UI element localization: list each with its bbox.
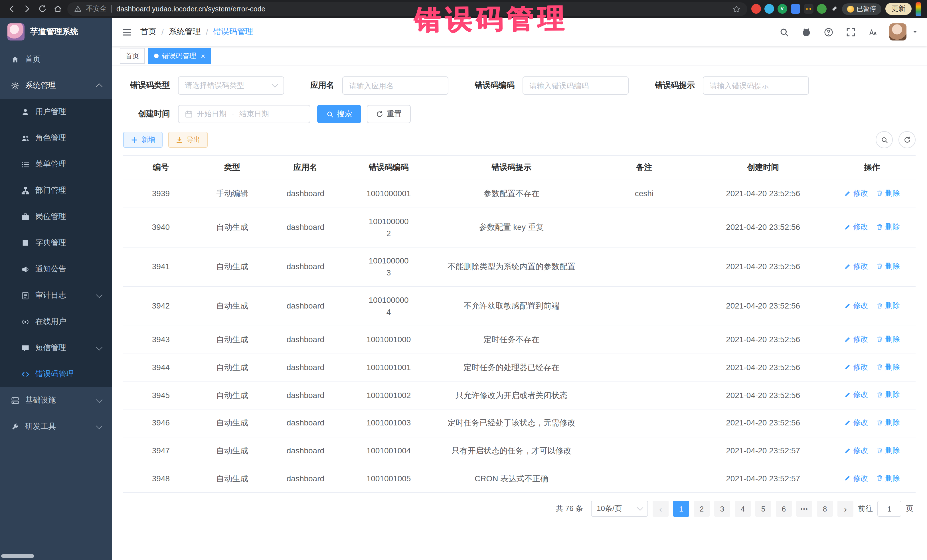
hamburger-icon[interactable] [121, 26, 132, 38]
pagination-page-button[interactable]: 2 [694, 501, 710, 517]
delete-link[interactable]: 删除 [876, 188, 900, 199]
breadcrumb-item[interactable]: 系统管理 [169, 27, 201, 37]
blue-drop-extension-icon[interactable] [764, 4, 774, 14]
user-avatar[interactable] [889, 23, 906, 41]
search-icon[interactable] [778, 26, 790, 38]
pagination-page-button[interactable]: 8 [817, 501, 833, 517]
update-button[interactable]: 更新 [885, 3, 912, 15]
cell-remark [591, 437, 698, 465]
sidebar-item[interactable]: 部门管理 [0, 178, 112, 203]
column-header: 备注 [591, 155, 698, 180]
edit-link[interactable]: 修改 [844, 472, 868, 484]
prev-page-button[interactable]: ‹ [653, 501, 669, 517]
sidebar-item[interactable]: 系统管理 [0, 73, 112, 99]
profile-avatar[interactable] [916, 2, 921, 16]
edit-link[interactable]: 修改 [844, 389, 868, 400]
sidebar-item[interactable]: 菜单管理 [0, 151, 112, 178]
delete-link[interactable]: 删除 [876, 334, 900, 345]
edit-link[interactable]: 修改 [844, 300, 868, 311]
date-range-picker[interactable]: 开始日期 - 结束日期 [178, 105, 310, 123]
refresh-table-button[interactable] [898, 131, 916, 148]
sidebar-item[interactable]: 错误码管理 [0, 361, 112, 387]
url-text[interactable]: dashboard.yudao.iocoder.cn/system/error-… [116, 5, 266, 13]
error-code-input[interactable] [523, 76, 629, 95]
delete-link[interactable]: 删除 [876, 472, 900, 484]
breadcrumb-item[interactable]: 首页 [140, 27, 156, 37]
next-page-button[interactable]: › [837, 501, 853, 517]
delete-link[interactable]: 删除 [876, 361, 900, 372]
sidebar-item[interactable]: 审计日志 [0, 282, 112, 308]
search-button[interactable]: 搜索 [317, 105, 361, 123]
page-size-select[interactable]: 10条/页 [591, 501, 648, 517]
main-area: 首页/系统管理/错误码管理 首页 错误码管理 × [112, 18, 927, 560]
blue-chart-extension-icon[interactable] [790, 4, 800, 14]
pagination-page-button[interactable]: 5 [755, 501, 771, 517]
users-icon [21, 134, 30, 143]
tab-item[interactable]: 首页 [120, 48, 145, 64]
delete-link[interactable]: 删除 [876, 221, 900, 232]
sidebar-item-label: 错误码管理 [35, 369, 74, 379]
reset-button[interactable]: 重置 [367, 105, 411, 123]
edit-link[interactable]: 修改 [844, 261, 868, 272]
column-header: 编号 [123, 155, 199, 180]
sidebar-item[interactable]: 在线用户 [0, 308, 112, 335]
pagination-more-button[interactable]: ••• [796, 501, 812, 517]
edit-link[interactable]: 修改 [844, 188, 868, 199]
app-name-input[interactable] [342, 76, 448, 95]
sidebar-item[interactable]: 短信管理 [0, 335, 112, 361]
delete-link[interactable]: 删除 [876, 417, 900, 428]
caret-down-icon[interactable] [912, 29, 918, 35]
font-size-icon[interactable] [867, 26, 878, 38]
edit-link[interactable]: 修改 [844, 445, 868, 456]
on-badge-extension-icon[interactable]: on [804, 4, 813, 14]
edit-link[interactable]: 修改 [844, 361, 868, 372]
close-icon[interactable]: × [201, 52, 205, 59]
pagination-page-button[interactable]: 1 [673, 501, 689, 517]
cell-type: 自动生成 [199, 381, 266, 410]
sidebar-item[interactable]: 字典管理 [0, 230, 112, 256]
edit-link[interactable]: 修改 [844, 334, 868, 345]
scrollbar-thumb[interactable] [1, 554, 34, 558]
onlineuser-icon [21, 317, 30, 326]
add-button[interactable]: 新增 [123, 132, 163, 148]
sidebar-item[interactable]: 岗位管理 [0, 203, 112, 230]
export-button[interactable]: 导出 [168, 132, 208, 148]
address-bar[interactable]: 不安全 dashboard.yudao.iocoder.cn/system/er… [67, 2, 747, 16]
sidebar-item[interactable]: 首页 [0, 46, 112, 73]
forward-icon[interactable] [21, 3, 32, 15]
reload-icon[interactable] [36, 3, 48, 15]
edit-link[interactable]: 修改 [844, 417, 868, 428]
pagination-page-button[interactable]: 4 [735, 501, 751, 517]
sidebar-item[interactable]: 用户管理 [0, 99, 112, 125]
pin-extension-icon[interactable] [830, 5, 838, 12]
cell-app: dashboard [266, 180, 345, 208]
pagination-page-button[interactable]: 6 [776, 501, 792, 517]
sidebar-item[interactable]: 研发工具 [0, 413, 112, 440]
error-message-input[interactable] [703, 76, 809, 95]
help-icon[interactable] [823, 26, 834, 38]
green-leaf-extension-icon[interactable] [817, 4, 826, 14]
bookmark-star-icon[interactable] [732, 5, 740, 13]
delete-link[interactable]: 删除 [876, 300, 900, 311]
edit-link[interactable]: 修改 [844, 221, 868, 232]
error-type-select[interactable]: 请选择错误码类型 [178, 76, 284, 95]
delete-link[interactable]: 删除 [876, 261, 900, 272]
delete-link[interactable]: 删除 [876, 389, 900, 400]
green-v-extension-icon[interactable]: V [777, 4, 787, 14]
paused-badge[interactable]: 已暂停 [842, 3, 881, 15]
tab-item[interactable]: 错误码管理 × [148, 48, 211, 64]
sidebar-item[interactable]: 基础设施 [0, 387, 112, 413]
sidebar-item[interactable]: 角色管理 [0, 125, 112, 151]
fullscreen-icon[interactable] [845, 26, 856, 38]
browser-home-icon[interactable] [52, 3, 63, 15]
toggle-search-button[interactable] [876, 131, 893, 148]
cell-time: 2021-04-20 23:52:56 [698, 381, 828, 410]
back-icon[interactable] [6, 3, 17, 15]
goto-page-input[interactable] [877, 501, 901, 517]
red-record-extension-icon[interactable] [751, 4, 761, 14]
pagination-page-button[interactable]: 3 [714, 501, 730, 517]
github-icon[interactable] [800, 26, 812, 38]
delete-link[interactable]: 删除 [876, 445, 900, 456]
app-logo[interactable]: 芋道管理系统 [0, 18, 112, 46]
sidebar-item[interactable]: 通知公告 [0, 256, 112, 282]
